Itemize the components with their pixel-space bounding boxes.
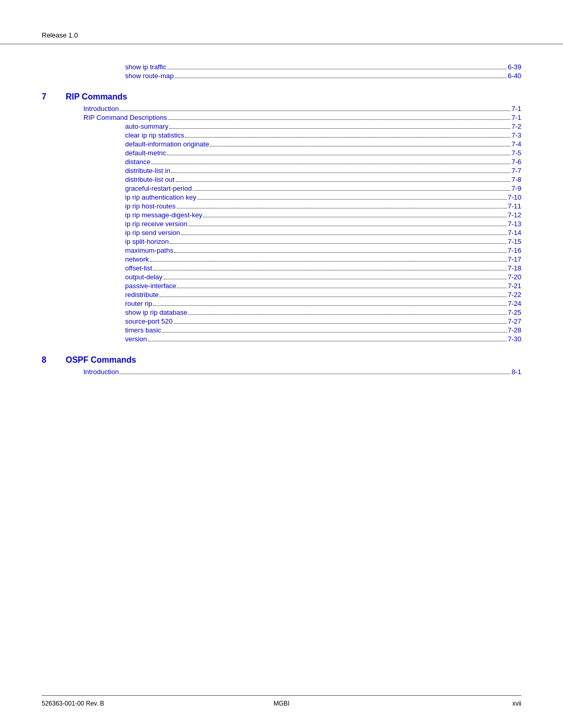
list-item: graceful-restart-period7-9	[42, 184, 521, 192]
list-item: Introduction7-1	[42, 105, 521, 113]
footer-center: MGBI	[202, 700, 362, 707]
footer-right: xvii	[361, 700, 521, 707]
list-item: maximum-paths7-16	[42, 246, 521, 254]
list-item: network7-17	[42, 255, 521, 263]
list-item: ip rip host-routes7-11	[42, 202, 521, 210]
list-item: ip rip authentication key7-10	[42, 193, 521, 201]
list-item: passive-interface7-21	[42, 282, 521, 290]
list-item: distance7-6	[42, 158, 521, 166]
list-item: show ip rip database7-25	[42, 309, 521, 316]
toc-container: show ip traffic6-39show route-map6-407RI…	[42, 63, 521, 376]
list-item: redistribute7-22	[42, 291, 521, 299]
section-header-7: 7RIP Commands	[42, 92, 521, 102]
footer-left: 526363-001-00 Rev. B	[42, 700, 202, 707]
list-item: ip rip message-digest-key7-12	[42, 211, 521, 219]
list-item: ip rip receive version7-13	[42, 220, 521, 228]
release-text: Release 1.0	[42, 31, 78, 39]
list-item: ip rip send version7-14	[42, 229, 521, 237]
list-item: clear ip rip statistics7-3	[42, 131, 521, 139]
list-item: output-delay7-20	[42, 273, 521, 281]
list-item: router rip7-24	[42, 300, 521, 307]
section-header-8: 8OSPF Commands	[42, 355, 521, 365]
list-item: show ip traffic6-39	[42, 63, 521, 71]
list-item: source-port 5207-27	[42, 317, 521, 325]
footer: 526363-001-00 Rev. B MGBI xvii	[42, 695, 521, 707]
list-item: Introduction8-1	[42, 368, 521, 376]
list-item: timers basic7-28	[42, 326, 521, 334]
list-item: ip split-horizon7-15	[42, 238, 521, 245]
list-item: default-information originate7-4	[42, 140, 521, 148]
list-item: distribute-list in7-7	[42, 167, 521, 175]
list-item: distribute-list out7-8	[42, 176, 521, 183]
list-item: show route-map6-40	[42, 72, 521, 80]
page: Release 1.0 show ip traffic6-39show rout…	[0, 0, 563, 728]
list-item: RIP Command Descriptions7-1	[42, 114, 521, 121]
list-item: default-metric7-5	[42, 149, 521, 157]
list-item: version7-30	[42, 335, 521, 343]
header: Release 1.0	[0, 0, 563, 44]
list-item: offset-list7-18	[42, 264, 521, 272]
main-content: show ip traffic6-39show route-map6-407RI…	[0, 44, 563, 418]
list-item: auto-summary7-2	[42, 122, 521, 130]
